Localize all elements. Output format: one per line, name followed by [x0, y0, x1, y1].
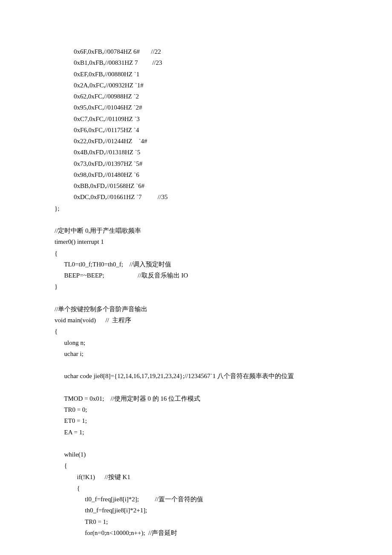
code-line: if(!K1) //按键 K1 — [55, 471, 337, 483]
code-line: uchar i; — [55, 348, 337, 359]
code-line: tl0_f=freq[jie8[i]*2]; //置一个音符的值 — [55, 494, 337, 505]
code-line: TR0 = 0; — [55, 404, 337, 415]
document-page: 0x6F,0xFB,//00784HZ 6# //22 0xB1,0xFB,//… — [0, 0, 392, 555]
code-line: ET0 = 1; — [55, 415, 337, 426]
code-line: BEEP=~BEEP; //取反音乐输出 IO — [55, 270, 337, 281]
code-line: 0xF6,0xFC,//01175HZ `4 — [55, 124, 337, 136]
code-line: { — [55, 326, 337, 337]
code-line: 0x62,0xFC,//00988HZ `2 — [55, 91, 337, 102]
code-line: //定时中断 0,用于产生唱歌频率 — [55, 225, 337, 236]
code-line — [55, 359, 337, 370]
code-line — [55, 382, 337, 393]
code-line: 0x4B,0xFD,//01318HZ `5 — [55, 147, 337, 158]
code-line: timer0() interrupt 1 — [55, 236, 337, 247]
code-line: 0x6F,0xFB,//00784HZ 6# //22 — [55, 46, 337, 57]
code-line: TMOD = 0x01; //使用定时器 0 的 16 位工作模式 — [55, 393, 337, 404]
code-line: 0xEF,0xFB,//00880HZ `1 — [55, 69, 337, 80]
code-line: 0xC7,0xFC,//01109HZ `3 — [55, 113, 337, 124]
code-line — [55, 438, 337, 449]
code-line: th0_f=freq[jie8[i]*2+1]; — [55, 505, 337, 516]
code-line: uchar code jie8[8]={12,14,16,17,19,21,23… — [55, 370, 337, 382]
code-line: { — [55, 248, 337, 259]
code-line: 0xDC,0xFD,//01661HZ `7 //35 — [55, 191, 337, 202]
code-line — [55, 214, 337, 225]
code-line: 0x98,0xFD,//01480HZ `6 — [55, 169, 337, 180]
code-line: { — [55, 460, 337, 471]
code-line: void main(void) // 主程序 — [55, 315, 337, 326]
code-line — [55, 292, 337, 304]
code-line: 0x22,0xFD,//01244HZ `4# — [55, 136, 337, 147]
code-line: 0x95,0xFC,//01046HZ `2# — [55, 102, 337, 113]
code-line: while(1) — [55, 449, 337, 460]
code-line: for(n=0;n<10000;n++); //声音延时 — [55, 527, 337, 538]
code-line: TL0=tl0_f;TH0=th0_f; //调入预定时值 — [55, 259, 337, 270]
code-line: ulong n; — [55, 337, 337, 348]
code-line: }; — [55, 203, 337, 214]
code-line: //单个按键控制多个音阶声音输出 — [55, 304, 337, 315]
code-line: EA = 1; — [55, 427, 337, 438]
code-line: 0xBB,0xFD,//01568HZ `6# — [55, 180, 337, 191]
code-line: } — [55, 281, 337, 292]
code-line: 0xB1,0xFB,//00831HZ 7 //23 — [55, 57, 337, 68]
code-line: TR0 = 1; — [55, 516, 337, 527]
code-line: 0x2A,0xFC,//00932HZ `1# — [55, 80, 337, 91]
code-line: 0x73,0xFD,//01397HZ `5# — [55, 158, 337, 169]
code-line: { — [55, 483, 337, 494]
